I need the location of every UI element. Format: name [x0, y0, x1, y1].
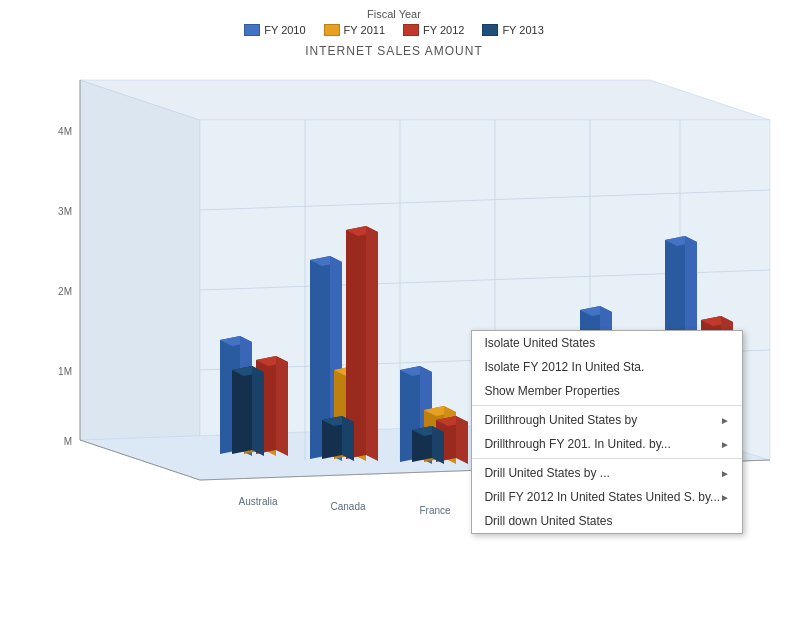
svg-text:1M: 1M: [58, 366, 72, 377]
svg-text:4M: 4M: [58, 126, 72, 137]
context-menu-label-drillthrough-fy2012: Drillthrough FY 201. In United. by...: [484, 437, 670, 451]
svg-marker-0: [80, 80, 200, 480]
context-menu-item-isolate-fy2012-us[interactable]: Isolate FY 2012 In United Sta.: [472, 355, 742, 379]
context-menu-item-isolate-us[interactable]: Isolate United States: [472, 331, 742, 355]
chart-title-area: Fiscal Year FY 2010 FY 2011 FY 2012 FY 2…: [0, 0, 788, 58]
svg-marker-49: [456, 416, 468, 464]
context-menu-separator-2: [472, 458, 742, 459]
chart-main-title: INTERNET SALES AMOUNT: [0, 44, 788, 58]
legend-label-fy2012: FY 2012: [423, 24, 464, 36]
svg-marker-37: [366, 226, 378, 461]
legend-box-fy2012: [403, 24, 419, 36]
context-menu-item-drill-fy2012-us[interactable]: Drill FY 2012 In United States United S.…: [472, 485, 742, 509]
fiscal-year-label: Fiscal Year: [0, 8, 788, 20]
svg-text:2M: 2M: [58, 286, 72, 297]
svg-text:Australia: Australia: [239, 496, 278, 507]
context-menu-item-drill-us-by[interactable]: Drill United States by ... ►: [472, 461, 742, 485]
svg-text:M: M: [64, 436, 72, 447]
legend-item-fy2010: FY 2010: [244, 24, 305, 36]
submenu-arrow-drill-us-by: ►: [720, 468, 730, 479]
context-menu-item-drill-down-us[interactable]: Drill down United States: [472, 509, 742, 533]
context-menu-label-drillthrough-us: Drillthrough United States by: [484, 413, 637, 427]
context-menu-label-drill-us-by: Drill United States by ...: [484, 466, 609, 480]
svg-marker-26: [232, 366, 252, 454]
legend: FY 2010 FY 2011 FY 2012 FY 2013: [0, 24, 788, 36]
context-menu-label-show-member-props: Show Member Properties: [484, 384, 619, 398]
legend-label-fy2013: FY 2013: [502, 24, 543, 36]
submenu-arrow-drill-fy2012-us: ►: [720, 492, 730, 503]
svg-marker-25: [276, 356, 288, 456]
legend-label-fy2011: FY 2011: [344, 24, 385, 36]
context-menu-item-drillthrough-fy2012[interactable]: Drillthrough FY 201. In United. by... ►: [472, 432, 742, 456]
context-menu-item-drillthrough-us[interactable]: Drillthrough United States by ►: [472, 408, 742, 432]
submenu-arrow-drillthrough-us: ►: [720, 415, 730, 426]
legend-box-fy2013: [482, 24, 498, 36]
svg-marker-28: [252, 366, 264, 456]
svg-text:3M: 3M: [58, 206, 72, 217]
context-menu-label-drill-down-us: Drill down United States: [484, 514, 612, 528]
context-menu-label-isolate-us: Isolate United States: [484, 336, 595, 350]
svg-marker-52: [432, 426, 444, 464]
submenu-arrow-drillthrough-fy2012: ►: [720, 439, 730, 450]
legend-label-fy2010: FY 2010: [264, 24, 305, 36]
context-menu-separator-1: [472, 405, 742, 406]
context-menu-label-drill-fy2012-us: Drill FY 2012 In United States United S.…: [484, 490, 720, 504]
svg-text:Canada: Canada: [330, 501, 365, 512]
legend-item-fy2013: FY 2013: [482, 24, 543, 36]
legend-item-fy2012: FY 2012: [403, 24, 464, 36]
chart-container: Fiscal Year FY 2010 FY 2011 FY 2012 FY 2…: [0, 0, 788, 630]
svg-marker-40: [342, 416, 354, 461]
context-menu: Isolate United States Isolate FY 2012 In…: [471, 330, 743, 534]
legend-box-fy2011: [324, 24, 340, 36]
svg-text:France: France: [419, 505, 451, 516]
context-menu-label-isolate-fy2012-us: Isolate FY 2012 In United Sta.: [484, 360, 644, 374]
context-menu-item-show-member-props[interactable]: Show Member Properties: [472, 379, 742, 403]
svg-marker-1: [80, 80, 770, 120]
legend-item-fy2011: FY 2011: [324, 24, 385, 36]
legend-box-fy2010: [244, 24, 260, 36]
